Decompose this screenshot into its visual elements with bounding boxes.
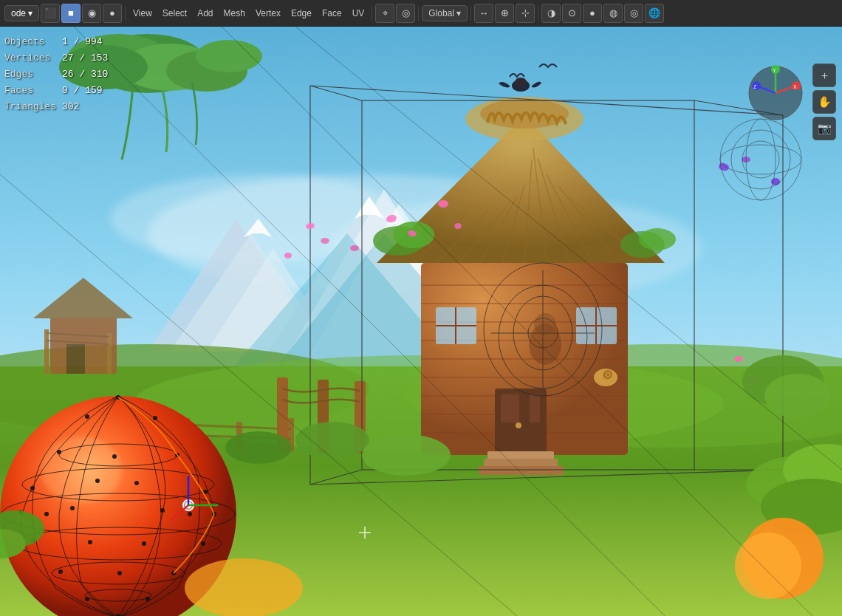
material-icon-btn[interactable]: ◉ xyxy=(82,4,101,23)
global-dropdown[interactable]: Global ▾ xyxy=(422,5,468,21)
svg-point-163 xyxy=(764,374,831,418)
svg-point-126 xyxy=(95,479,100,483)
svg-point-118 xyxy=(201,541,205,546)
zoom-in-icon: ＋ xyxy=(819,69,830,83)
svg-point-127 xyxy=(160,508,165,513)
global-label: Global xyxy=(428,8,454,18)
svg-point-147 xyxy=(321,238,329,244)
svg-point-96 xyxy=(515,78,527,86)
svg-point-123 xyxy=(85,597,89,601)
svg-point-145 xyxy=(454,223,462,229)
stat-faces: Faces 0 / 159 xyxy=(4,83,108,99)
svg-point-130 xyxy=(88,540,92,544)
sep-2 xyxy=(372,6,372,21)
viewport-shading-solid[interactable]: ● xyxy=(583,4,602,23)
menu-select[interactable]: Select xyxy=(158,6,191,21)
svg-point-99 xyxy=(606,373,609,376)
global-arrow: ▾ xyxy=(456,8,461,18)
svg-point-129 xyxy=(142,541,146,546)
solid-icon-btn[interactable]: ■ xyxy=(61,4,81,23)
svg-point-128 xyxy=(70,506,75,510)
pan-button[interactable]: ✋ xyxy=(812,90,836,114)
svg-point-143 xyxy=(350,245,359,251)
edges-value: 26 / 310 xyxy=(62,66,108,83)
svg-point-113 xyxy=(112,454,117,459)
top-toolbar: ode ▾ ⬛ ■ ◉ ● View Select Add Mesh Verte… xyxy=(0,0,842,27)
svg-point-152 xyxy=(734,356,743,362)
svg-rect-22 xyxy=(107,333,112,374)
stat-triangles: Triangles 302 xyxy=(4,99,108,115)
svg-rect-57 xyxy=(479,466,564,475)
main-viewport[interactable]: Objects 1 / 994 Vertices 27 / 153 Edges … xyxy=(0,27,842,616)
svg-point-125 xyxy=(134,481,139,485)
svg-point-122 xyxy=(146,597,150,601)
proportional-edit[interactable]: ◎ xyxy=(396,4,415,23)
svg-point-144 xyxy=(438,200,448,208)
objects-label: Objects xyxy=(4,34,58,50)
menu-uv[interactable]: UV xyxy=(348,6,369,21)
svg-point-121 xyxy=(58,569,63,574)
svg-point-77 xyxy=(639,228,676,250)
svg-text:Z: Z xyxy=(753,84,757,89)
right-toolbar: ＋ ✋ 📷 xyxy=(812,64,836,140)
mode-label: ode xyxy=(11,8,26,18)
svg-point-166 xyxy=(185,558,303,616)
viewport-shading-render[interactable]: ◎ xyxy=(624,4,643,23)
stat-objects: Objects 1 / 994 xyxy=(4,34,108,50)
rendered-icon-btn[interactable]: ● xyxy=(103,4,122,23)
xray-btn[interactable]: ⊙ xyxy=(562,4,581,23)
svg-point-161 xyxy=(225,431,292,464)
sep-4 xyxy=(470,6,471,21)
transform-mode-btn[interactable]: ↔ xyxy=(474,4,493,23)
svg-point-110 xyxy=(85,414,89,419)
svg-point-131 xyxy=(117,571,122,575)
viewport-shading-extra[interactable]: 🌐 xyxy=(645,4,664,23)
faces-label: Faces xyxy=(4,83,58,99)
svg-point-115 xyxy=(30,486,35,490)
svg-point-112 xyxy=(57,450,61,454)
svg-point-133 xyxy=(44,512,49,516)
snap-toggle[interactable]: ⌖ xyxy=(375,4,394,23)
svg-point-148 xyxy=(284,253,292,259)
hand-icon: ✋ xyxy=(818,95,832,109)
cursor-btn[interactable]: ⊹ xyxy=(516,4,535,23)
zoom-in-button[interactable]: ＋ xyxy=(812,64,836,87)
edges-label: Edges xyxy=(4,66,58,83)
svg-point-160 xyxy=(362,434,451,476)
svg-point-94 xyxy=(534,313,556,335)
wireframe-icon-btn[interactable]: ⬛ xyxy=(41,4,60,23)
svg-point-172 xyxy=(196,40,262,72)
svg-point-48 xyxy=(516,422,521,428)
svg-point-165 xyxy=(735,533,801,599)
scene-background xyxy=(0,27,842,616)
svg-point-132 xyxy=(188,512,192,516)
vertices-label: Vertices xyxy=(4,50,58,66)
objects-value: 1 / 994 xyxy=(62,34,103,50)
faces-value: 0 / 159 xyxy=(62,83,103,99)
mesh-stats: Objects 1 / 994 Vertices 27 / 153 Edges … xyxy=(4,34,108,115)
camera-icon: 📷 xyxy=(818,122,832,135)
menu-add[interactable]: Add xyxy=(193,6,217,21)
svg-rect-46 xyxy=(501,394,519,422)
svg-point-109 xyxy=(153,416,157,420)
sep-1 xyxy=(125,6,126,21)
svg-rect-20 xyxy=(66,344,85,374)
axis-gizmo[interactable]: X Y Z xyxy=(746,64,805,123)
sep-3 xyxy=(418,6,419,21)
svg-point-159 xyxy=(295,422,369,459)
menu-edge[interactable]: Edge xyxy=(287,6,316,21)
menu-view[interactable]: View xyxy=(129,6,157,21)
svg-text:X: X xyxy=(793,84,797,89)
pivot-btn[interactable]: ⊕ xyxy=(495,4,514,23)
svg-rect-21 xyxy=(44,329,49,374)
triangles-value: 302 xyxy=(62,99,79,115)
camera-button[interactable]: 📷 xyxy=(812,117,836,140)
mode-dropdown-arrow: ▾ xyxy=(28,8,32,18)
viewport-shading-mat[interactable]: ◍ xyxy=(603,4,623,23)
menu-face[interactable]: Face xyxy=(318,6,346,21)
overlay-btn[interactable]: ◑ xyxy=(541,4,561,23)
menu-vertex[interactable]: Vertex xyxy=(251,6,285,21)
mode-dropdown[interactable]: ode ▾ xyxy=(4,5,39,21)
svg-rect-47 xyxy=(530,394,540,422)
menu-mesh[interactable]: Mesh xyxy=(219,6,250,21)
